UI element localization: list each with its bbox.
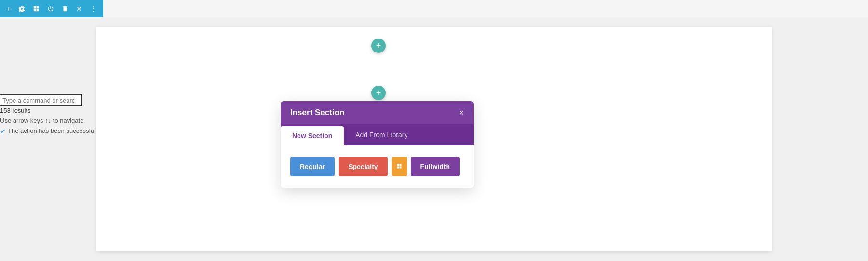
command-input[interactable] — [2, 97, 80, 104]
add-button[interactable]: + — [4, 3, 14, 14]
more-button[interactable]: ⋮ — [87, 3, 99, 14]
specialty-icon-button[interactable] — [392, 157, 407, 176]
command-search-box — [0, 94, 82, 106]
trash-button[interactable] — [59, 3, 71, 14]
modal-tabs: New Section Add From Library — [281, 124, 474, 145]
plus-icon-bottom: + — [376, 88, 381, 98]
specialty-section-button[interactable]: Specialty — [339, 157, 387, 176]
tab-add-from-library[interactable]: Add From Library — [344, 124, 419, 145]
modal-header: Insert Section × — [281, 101, 474, 124]
success-icon: ✔ — [0, 126, 6, 137]
insert-section-modal: Insert Section × New Section Add From Li… — [281, 101, 474, 188]
fullwidth-section-button[interactable]: Fullwidth — [411, 157, 460, 176]
results-count: 153 results — [0, 106, 95, 116]
add-section-button-bottom[interactable]: + — [371, 86, 386, 100]
command-results: 153 results Use arrow keys ↑↓ to navigat… — [0, 106, 95, 137]
toolbar: + ✕ ⋮ — [0, 0, 103, 17]
modal-close-button[interactable]: × — [459, 108, 464, 117]
modal-title: Insert Section — [290, 108, 344, 117]
close-button[interactable]: ✕ — [73, 3, 85, 14]
success-text: The action has been successful — [8, 126, 95, 136]
success-message: ✔ The action has been successful — [0, 126, 95, 137]
settings-button[interactable] — [15, 3, 28, 14]
plus-icon-top: + — [376, 41, 381, 51]
nav-hint: Use arrow keys ↑↓ to navigate — [0, 116, 95, 126]
regular-section-button[interactable]: Regular — [290, 157, 335, 176]
add-section-button-top[interactable]: + — [371, 39, 386, 53]
modal-body: Regular Specialty Fullwidth — [281, 145, 474, 188]
power-button[interactable] — [44, 3, 57, 14]
tab-new-section[interactable]: New Section — [281, 126, 344, 145]
layout-button[interactable] — [30, 3, 42, 14]
